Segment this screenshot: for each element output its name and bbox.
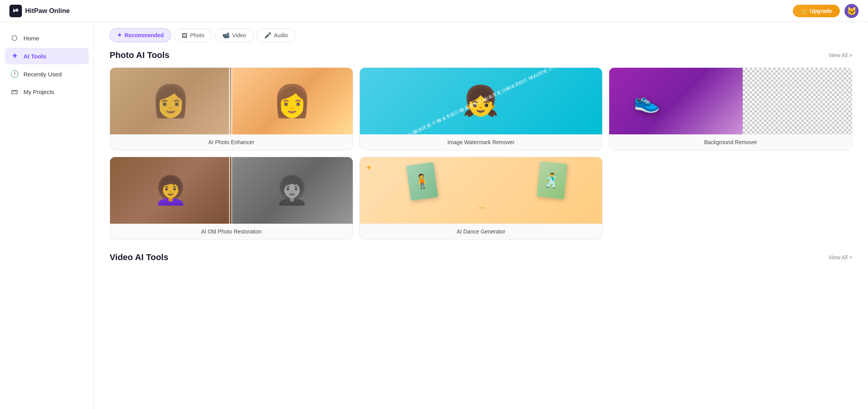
tab-audio[interactable]: 🎤 Audio (257, 28, 296, 42)
sidebar: ⬡ Home ✦ AI Tools 🕐 Recently Used 🗃 My P… (0, 22, 94, 409)
tab-video[interactable]: 📹 Video (215, 28, 254, 42)
tab-photo[interactable]: 🖼 Photo (174, 29, 212, 42)
photo-section: Photo AI Tools View All > 👩 👩 A (110, 50, 852, 240)
video-view-all[interactable]: View All > (828, 254, 852, 261)
my-projects-icon: 🗃 (10, 88, 19, 96)
main-content: ✦ Recommended 🖼 Photo 📹 Video 🎤 Audio Ph… (94, 22, 868, 409)
logo-text: HitPaw Online (25, 7, 70, 15)
home-icon: ⬡ (10, 34, 19, 42)
recently-used-icon: 🕐 (10, 70, 19, 78)
tab-photo-label: Photo (190, 32, 204, 38)
header-right: 👑 Upgrade 🐱 (793, 4, 859, 18)
tab-recommended-label: Recommended (125, 32, 164, 38)
crown-icon: 👑 (801, 8, 807, 14)
sidebar-item-home[interactable]: ⬡ Home (5, 30, 89, 46)
sidebar-item-ai-tools-label: AI Tools (23, 53, 46, 60)
video-section-header: Video AI Tools View All > (110, 252, 852, 262)
video-section: Video AI Tools View All > (110, 252, 852, 262)
video-tab-icon: 📹 (222, 32, 230, 39)
photo-view-all[interactable]: View All > (828, 52, 852, 58)
tool-label-dance: AI Dance Generator (360, 224, 603, 239)
sidebar-item-home-label: Home (23, 35, 39, 42)
tool-card-dance[interactable]: ✦ 🧍 🕺 → AI Dance Generator (359, 157, 603, 240)
avatar-icon: 🐱 (847, 6, 857, 16)
tool-image-bg-remover: 👟 👟 (609, 68, 852, 134)
dance-photo-1: 🧍 (406, 162, 438, 201)
ai-tools-icon: ✦ (10, 52, 19, 60)
tool-image-old-photo: 👩‍🦱 👩‍🦱 (110, 157, 353, 224)
video-section-title: Video AI Tools (110, 252, 168, 262)
svg-point-0 (15, 9, 18, 12)
tool-label-enhancer: AI Photo Enhancer (110, 134, 353, 150)
checkerboard-bg (743, 68, 852, 134)
tool-card-enhancer[interactable]: 👩 👩 AI Photo Enhancer (110, 67, 353, 150)
recommended-tab-icon: ✦ (117, 32, 122, 39)
dance-star-icon: ✦ (366, 163, 372, 172)
tool-label-watermark: Image Watermark Remover (360, 134, 603, 150)
photo-tab-icon: 🖼 (182, 32, 188, 39)
sidebar-item-ai-tools[interactable]: ✦ AI Tools (5, 48, 89, 64)
tool-card-old-photo[interactable]: 👩‍🦱 👩‍🦱 AI Old Photo Restoration (110, 157, 353, 240)
tab-video-label: Video (232, 32, 246, 38)
tool-image-dance: ✦ 🧍 🕺 → (360, 157, 603, 224)
photo-section-title: Photo AI Tools (110, 50, 170, 60)
tool-image-enhancer: 👩 👩 (110, 68, 353, 134)
enhancer-after: 👩 (231, 68, 353, 134)
tool-card-watermark[interactable]: 👧 WATERMARK WATERMARK WATERMARK WATERMAR… (359, 67, 603, 150)
logo[interactable]: HitPaw Online (9, 5, 70, 17)
dance-photo-2: 🕺 (537, 161, 568, 199)
layout: ⬡ Home ✦ AI Tools 🕐 Recently Used 🗃 My P… (0, 22, 868, 409)
audio-tab-icon: 🎤 (264, 32, 272, 39)
photo-tools-grid: 👩 👩 AI Photo Enhancer 👧 (110, 67, 852, 240)
tool-image-watermark: 👧 WATERMARK WATERMARK WATERMARK WATERMAR… (360, 68, 603, 134)
tool-label-bg-remover: Background Remover (609, 134, 852, 150)
enhancer-before: 👩 (110, 68, 231, 134)
upgrade-label: Upgrade (810, 8, 832, 14)
header: HitPaw Online 👑 Upgrade 🐱 (0, 0, 868, 22)
sidebar-item-my-projects-label: My Projects (23, 89, 54, 95)
tabs-bar: ✦ Recommended 🖼 Photo 📹 Video 🎤 Audio (110, 22, 852, 50)
avatar[interactable]: 🐱 (845, 4, 859, 18)
logo-icon (9, 5, 22, 17)
tab-audio-label: Audio (274, 32, 288, 38)
sidebar-item-recently-used-label: Recently Used (23, 71, 62, 78)
tool-label-old-photo: AI Old Photo Restoration (110, 224, 353, 239)
sidebar-item-my-projects[interactable]: 🗃 My Projects (5, 84, 89, 100)
tab-recommended[interactable]: ✦ Recommended (110, 28, 171, 42)
dance-arrow-icon: → (475, 201, 486, 214)
sidebar-item-recently-used[interactable]: 🕐 Recently Used (5, 66, 89, 82)
tool-card-bg-remover[interactable]: 👟 👟 Background Remover (609, 67, 852, 150)
upgrade-button[interactable]: 👑 Upgrade (793, 5, 840, 17)
photo-section-header: Photo AI Tools View All > (110, 50, 852, 60)
